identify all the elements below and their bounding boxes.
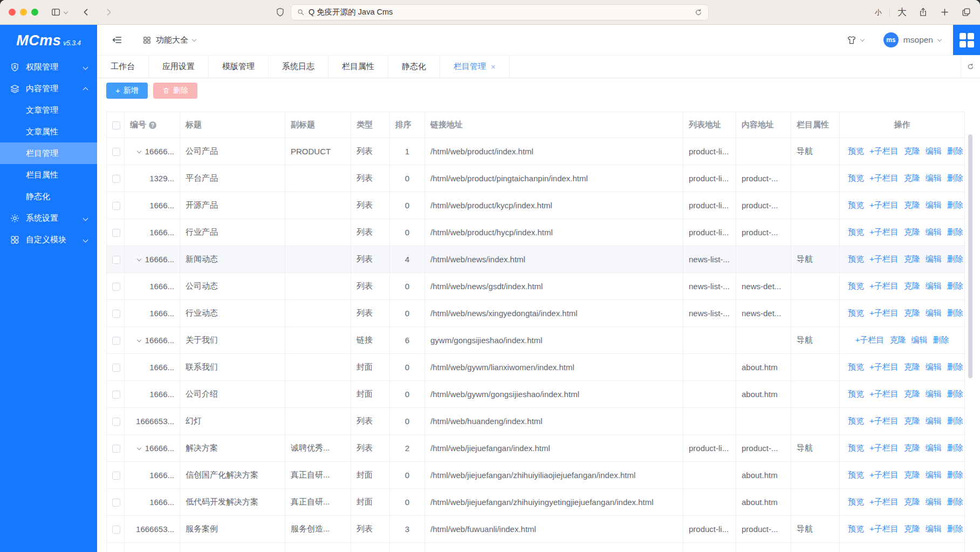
- tab[interactable]: 应用设置: [149, 56, 209, 78]
- add-button[interactable]: + 新增: [106, 83, 148, 99]
- vertical-scrollbar-thumb[interactable]: [968, 134, 972, 378]
- edit-link[interactable]: 编辑: [926, 362, 942, 371]
- tab[interactable]: 模版管理: [209, 56, 269, 78]
- clone-link[interactable]: 克隆: [904, 389, 920, 398]
- delete-link[interactable]: 删除: [947, 470, 963, 479]
- tab-close-icon[interactable]: ×: [491, 63, 496, 71]
- tab[interactable]: 栏目属性: [328, 56, 388, 78]
- clone-link[interactable]: 克隆: [904, 146, 920, 155]
- delete-link[interactable]: 删除: [947, 524, 963, 533]
- tab[interactable]: 系统日志: [269, 56, 328, 78]
- preview-link[interactable]: 预览: [848, 416, 864, 425]
- edit-link[interactable]: 编辑: [926, 227, 942, 236]
- add-child-link[interactable]: +子栏目: [869, 146, 899, 155]
- edit-link[interactable]: 编辑: [911, 335, 927, 344]
- delete-link[interactable]: 删除: [947, 146, 963, 155]
- sidebar-subitem[interactable]: 文章属性: [0, 121, 97, 142]
- close-window-button[interactable]: [9, 9, 16, 16]
- clone-link[interactable]: 克隆: [904, 443, 920, 452]
- privacy-shield-icon[interactable]: [275, 7, 285, 18]
- row-checkbox[interactable]: [112, 256, 120, 264]
- sidebar-subitem[interactable]: 静态化: [0, 186, 97, 207]
- add-child-link[interactable]: +子栏目: [869, 524, 899, 533]
- row-checkbox[interactable]: [112, 310, 120, 318]
- preview-link[interactable]: 预览: [848, 281, 864, 290]
- delete-link[interactable]: 删除: [947, 281, 963, 290]
- sidebar-item[interactable]: 权限管理: [0, 56, 97, 78]
- delete-link[interactable]: 删除: [947, 227, 963, 236]
- row-checkbox[interactable]: [112, 445, 120, 453]
- edit-link[interactable]: 编辑: [926, 281, 942, 290]
- collapse-sidebar-icon[interactable]: [111, 34, 123, 46]
- clone-link[interactable]: 克隆: [904, 470, 920, 479]
- add-child-link[interactable]: +子栏目: [869, 200, 899, 209]
- preview-link[interactable]: 预览: [848, 308, 864, 317]
- delete-link[interactable]: 删除: [947, 308, 963, 317]
- sidebar-item[interactable]: 内容管理: [0, 78, 97, 99]
- add-child-link[interactable]: +子栏目: [855, 335, 885, 344]
- preview-link[interactable]: 预览: [848, 497, 864, 506]
- add-child-link[interactable]: +子栏目: [869, 362, 899, 371]
- preview-link[interactable]: 预览: [848, 254, 864, 263]
- clone-link[interactable]: 克隆: [904, 524, 920, 533]
- reload-icon[interactable]: [694, 8, 703, 17]
- row-checkbox[interactable]: [112, 391, 120, 399]
- edit-link[interactable]: 编辑: [926, 497, 942, 506]
- select-all-checkbox[interactable]: [112, 121, 120, 130]
- user-menu[interactable]: ms msopen: [883, 32, 941, 47]
- delete-button[interactable]: 删除: [153, 83, 197, 99]
- expand-chevron-icon[interactable]: [137, 338, 141, 342]
- preview-link[interactable]: 预览: [848, 200, 864, 209]
- expand-chevron-icon[interactable]: [137, 257, 141, 261]
- zoom-window-button[interactable]: [31, 9, 38, 16]
- delete-link[interactable]: 删除: [947, 362, 963, 371]
- tab[interactable]: 静态化: [388, 56, 440, 78]
- edit-link[interactable]: 编辑: [926, 173, 942, 182]
- row-checkbox[interactable]: [112, 337, 120, 345]
- share-icon[interactable]: [917, 7, 928, 18]
- sidebar-subitem[interactable]: 栏目属性: [0, 164, 97, 186]
- edit-link[interactable]: 编辑: [926, 443, 942, 452]
- delete-link[interactable]: 删除: [947, 416, 963, 425]
- address-bar[interactable]: Q 免疫开源的 Java Cms: [291, 4, 709, 21]
- row-checkbox[interactable]: [112, 499, 120, 507]
- edit-link[interactable]: 编辑: [926, 416, 942, 425]
- preview-link[interactable]: 预览: [848, 470, 864, 479]
- refresh-tab-button[interactable]: [961, 56, 980, 78]
- expand-chevron-icon[interactable]: [137, 149, 141, 153]
- preview-link[interactable]: 预览: [848, 389, 864, 398]
- preview-link[interactable]: 预览: [848, 173, 864, 182]
- add-child-link[interactable]: +子栏目: [869, 308, 899, 317]
- row-checkbox[interactable]: [112, 175, 120, 183]
- clone-link[interactable]: 克隆: [904, 497, 920, 506]
- row-checkbox[interactable]: [112, 364, 120, 372]
- clone-link[interactable]: 克隆: [904, 200, 920, 209]
- sidebar-item[interactable]: 自定义模块: [0, 229, 97, 250]
- delete-link[interactable]: 删除: [947, 443, 963, 452]
- delete-link[interactable]: 删除: [947, 497, 963, 506]
- delete-link[interactable]: 删除: [947, 389, 963, 398]
- edit-link[interactable]: 编辑: [926, 146, 942, 155]
- sidebar-menu-chevron-icon[interactable]: [64, 9, 68, 13]
- sidebar-subitem[interactable]: 栏目管理: [0, 142, 97, 164]
- row-checkbox[interactable]: [112, 418, 120, 426]
- edit-link[interactable]: 编辑: [926, 254, 942, 263]
- app-menu-dropdown[interactable]: 功能大全: [142, 35, 196, 45]
- tab[interactable]: 工作台: [97, 56, 149, 78]
- decrease-text-size-button[interactable]: 小: [875, 8, 882, 17]
- row-checkbox[interactable]: [112, 202, 120, 210]
- clone-link[interactable]: 克隆: [904, 281, 920, 290]
- delete-link[interactable]: 删除: [947, 173, 963, 182]
- row-checkbox[interactable]: [112, 283, 120, 291]
- tab-overview-icon[interactable]: [961, 7, 971, 18]
- help-icon[interactable]: [149, 121, 156, 129]
- row-checkbox[interactable]: [112, 472, 120, 480]
- clone-link[interactable]: 克隆: [904, 362, 920, 371]
- sidebar-toggle-icon[interactable]: [50, 7, 61, 18]
- row-checkbox[interactable]: [112, 229, 120, 237]
- clone-link[interactable]: 克隆: [904, 227, 920, 236]
- apps-launcher-button[interactable]: [953, 25, 980, 55]
- edit-link[interactable]: 编辑: [926, 524, 942, 533]
- add-child-link[interactable]: +子栏目: [869, 389, 899, 398]
- increase-text-size-button[interactable]: 大: [897, 6, 907, 18]
